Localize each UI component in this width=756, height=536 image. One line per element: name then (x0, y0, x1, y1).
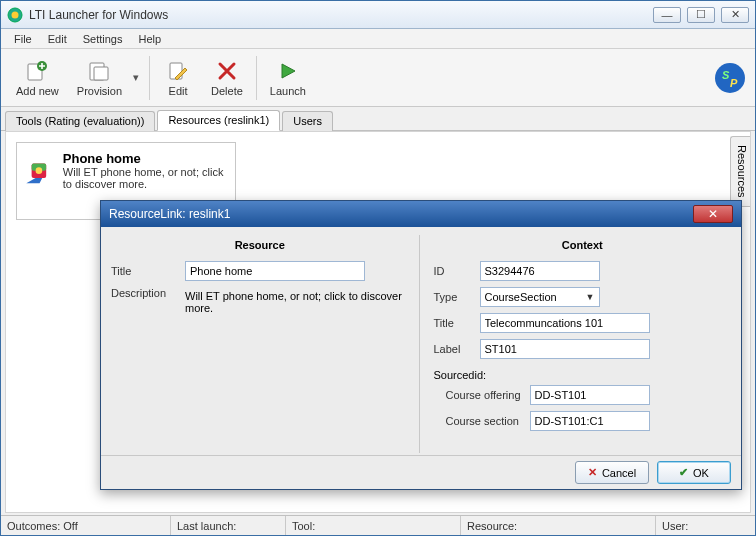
menu-help[interactable]: Help (131, 31, 168, 47)
edit-button[interactable]: Edit (154, 55, 202, 100)
label-id: ID (434, 265, 480, 277)
toolbar: Add new Provision ▾ Edit Delete (1, 49, 755, 107)
label-course-section: Course section (434, 415, 530, 427)
menu-edit[interactable]: Edit (41, 31, 74, 47)
titlebar: LTI Launcher for Windows — ☐ ✕ (1, 1, 755, 29)
launch-label: Launch (270, 85, 306, 97)
svg-text:S: S (722, 69, 730, 81)
menu-file[interactable]: File (7, 31, 39, 47)
edit-icon (166, 59, 190, 83)
resource-link-dialog: ResourceLink: reslink1 ✕ Resource Title … (100, 200, 742, 490)
tabstrip: Tools (Rating (evaluation)) Resources (r… (1, 107, 755, 131)
cancel-icon: ✕ (588, 466, 597, 479)
resource-description: Will ET phone home, or not; click to dis… (185, 287, 409, 314)
status-outcomes: Outcomes: Off (1, 516, 171, 535)
menu-settings[interactable]: Settings (76, 31, 130, 47)
label-label: Label (434, 343, 480, 355)
delete-icon (215, 59, 239, 83)
ok-icon: ✔ (679, 466, 688, 479)
close-button[interactable]: ✕ (721, 7, 749, 23)
app-icon (7, 7, 23, 23)
label-description: Description (111, 287, 185, 299)
add-new-button[interactable]: Add new (7, 55, 68, 100)
dialog-titlebar: ResourceLink: reslink1 ✕ (101, 201, 741, 227)
provision-dropdown[interactable]: ▾ (131, 71, 145, 84)
delete-button[interactable]: Delete (202, 55, 252, 100)
toolbar-separator (149, 56, 150, 100)
context-title-input[interactable] (480, 313, 650, 333)
menubar: File Edit Settings Help (1, 29, 755, 49)
dialog-title: ResourceLink: reslink1 (109, 207, 693, 221)
resource-heading: Resource (111, 235, 409, 261)
package-icon (25, 151, 53, 193)
svg-point-12 (36, 167, 43, 174)
status-resource: Resource: (461, 516, 656, 535)
chevron-down-icon: ▼ (582, 292, 595, 302)
brand-logo: SP (715, 63, 745, 93)
label-title: Title (111, 265, 185, 277)
launch-icon (276, 59, 300, 83)
ok-label: OK (693, 467, 709, 479)
card-description: Will ET phone home, or not; click to dis… (63, 166, 227, 190)
svg-rect-5 (94, 67, 108, 80)
ok-button[interactable]: ✔ OK (657, 461, 731, 484)
provision-icon (87, 59, 111, 83)
resource-title-input[interactable] (185, 261, 365, 281)
status-last-launch: Last launch: (171, 516, 286, 535)
status-user: User: (656, 516, 755, 535)
minimize-button[interactable]: — (653, 7, 681, 23)
card-title: Phone home (63, 151, 227, 166)
delete-label: Delete (211, 85, 243, 97)
context-type-combo[interactable]: CourseSection ▼ (480, 287, 600, 307)
svg-point-1 (12, 11, 19, 18)
tab-tools[interactable]: Tools (Rating (evaluation)) (5, 111, 155, 131)
context-id-input[interactable] (480, 261, 600, 281)
toolbar-separator-2 (256, 56, 257, 100)
course-offering-input[interactable] (530, 385, 650, 405)
tab-users[interactable]: Users (282, 111, 333, 131)
provision-button[interactable]: Provision (68, 55, 131, 100)
context-type-value: CourseSection (485, 291, 582, 303)
status-tool: Tool: (286, 516, 461, 535)
label-type: Type (434, 291, 480, 303)
course-section-input[interactable] (530, 411, 650, 431)
label-sourcedid: Sourcedid: (434, 369, 732, 381)
context-pane: Context ID Type CourseSection ▼ Title La… (420, 235, 732, 453)
window-title: LTI Launcher for Windows (29, 8, 653, 22)
svg-text:P: P (730, 77, 738, 89)
cancel-button[interactable]: ✕ Cancel (575, 461, 649, 484)
edit-label: Edit (169, 85, 188, 97)
dialog-button-bar: ✕ Cancel ✔ OK (101, 455, 741, 489)
resource-pane: Resource Title Description Will ET phone… (111, 235, 420, 453)
launch-button[interactable]: Launch (261, 55, 315, 100)
label-ctx-title: Title (434, 317, 480, 329)
label-course-offering: Course offering (434, 389, 530, 401)
cancel-label: Cancel (602, 467, 636, 479)
add-icon (25, 59, 49, 83)
add-new-label: Add new (16, 85, 59, 97)
side-tab-resources[interactable]: Resources (730, 136, 750, 207)
provision-label: Provision (77, 85, 122, 97)
dialog-close-button[interactable]: ✕ (693, 205, 733, 223)
context-label-input[interactable] (480, 339, 650, 359)
tab-resources[interactable]: Resources (reslink1) (157, 110, 280, 131)
context-heading: Context (434, 235, 732, 261)
maximize-button[interactable]: ☐ (687, 7, 715, 23)
statusbar: Outcomes: Off Last launch: Tool: Resourc… (1, 515, 755, 535)
